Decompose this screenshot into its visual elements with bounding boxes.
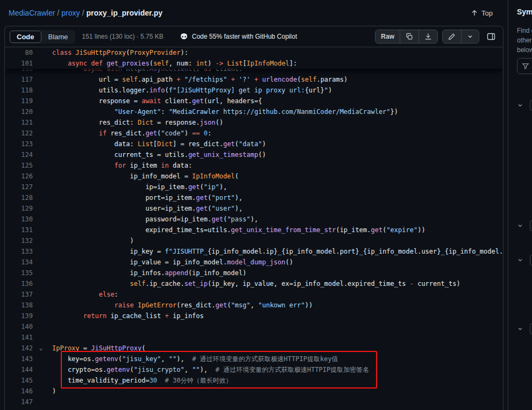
code-line: 140 xyxy=(5,321,503,332)
line-number[interactable]: 129 xyxy=(5,203,33,214)
line-number[interactable]: 124 xyxy=(5,149,33,160)
copilot-icon xyxy=(180,32,188,41)
line-number[interactable]: 127 xyxy=(5,182,33,192)
line-number[interactable]: 135 xyxy=(5,268,33,278)
fold-gutter xyxy=(33,85,49,96)
fold-gutter xyxy=(33,354,49,364)
fold-gutter xyxy=(33,74,49,85)
line-number[interactable]: 144 xyxy=(5,364,33,375)
tab-code[interactable]: Code xyxy=(10,31,41,43)
line-number[interactable]: 119 xyxy=(5,96,33,106)
line-number[interactable]: 120 xyxy=(5,106,33,117)
code-line: 129 user=ip_item.get("user"), xyxy=(5,203,503,214)
line-number[interactable]: 147 xyxy=(5,397,33,407)
edit-dropdown-button[interactable] xyxy=(461,30,479,43)
line-number[interactable]: 145 xyxy=(5,375,33,386)
line-number[interactable]: 132 xyxy=(5,235,33,246)
code-line: 119 response = await client.get(url, hea… xyxy=(5,96,503,106)
line-number[interactable]: 128 xyxy=(5,192,33,203)
edit-button[interactable] xyxy=(443,30,461,43)
symbols-filter-input[interactable] xyxy=(517,58,532,74)
line-number[interactable]: 123 xyxy=(5,139,33,149)
code-line: 120 "User-Agent": "MediaCrawler https://… xyxy=(5,106,503,117)
fold-gutter xyxy=(33,128,49,139)
symbol-kind-badge xyxy=(530,100,532,111)
code-text: current_ts = utils.get_unix_timestamp() xyxy=(49,149,503,160)
line-number[interactable]: 134 xyxy=(5,257,33,268)
code-text: ip_value = ip_info_model.model_dump_json… xyxy=(49,257,503,268)
code-text: ) xyxy=(49,386,503,397)
code-text: url = self.api_path + "/fetchips" + '?' … xyxy=(49,74,503,85)
raw-button[interactable]: Raw xyxy=(375,30,400,43)
line-number[interactable]: 137 xyxy=(5,289,33,300)
fold-gutter xyxy=(33,225,49,235)
symbol-group-row[interactable] xyxy=(517,220,532,231)
fold-gutter xyxy=(33,321,49,332)
symbol-group-row[interactable] xyxy=(517,100,532,111)
download-button[interactable] xyxy=(418,30,437,43)
fold-toggle-icon[interactable]: ⌄ xyxy=(33,343,49,354)
code-text: res_dict: Dict = response.json() xyxy=(49,117,503,128)
code-text: ip_info_model = IpInfoModel( xyxy=(49,171,503,182)
arrow-up-icon xyxy=(471,9,478,17)
fold-gutter xyxy=(33,47,49,58)
line-number[interactable]: 141 xyxy=(5,332,33,343)
line-number[interactable]: 101 xyxy=(5,58,33,69)
code-line: 143 key=os.getenv("jisu_key", ""), # 通过环… xyxy=(5,354,503,364)
code-text: else: xyxy=(49,289,503,300)
line-number[interactable]: 118 xyxy=(5,85,33,96)
line-number[interactable]: 139 xyxy=(5,311,33,321)
code-line: 136 self.ip_cache.set_ip(ip_key, ip_valu… xyxy=(5,278,503,289)
code-line: 134 ip_value = ip_info_model.model_dump_… xyxy=(5,257,503,268)
code-line: 118 utils.logger.info(f"[JiSuHttpProxy] … xyxy=(5,85,503,96)
line-number[interactable]: 80 xyxy=(5,47,33,58)
line-number[interactable]: 140 xyxy=(5,321,33,332)
line-number[interactable]: 142 xyxy=(5,343,33,354)
copy-icon xyxy=(406,33,413,40)
fold-gutter xyxy=(33,106,49,117)
code-text: data: List[Dict] = res_dict.get("data") xyxy=(49,139,503,149)
line-number[interactable]: 136 xyxy=(5,278,33,289)
breadcrumb-dir[interactable]: proxy xyxy=(61,9,80,17)
line-number[interactable]: 117 xyxy=(5,74,33,85)
fold-gutter xyxy=(33,311,49,321)
code-text: raise IpGetError(res_dict.get("msg", "un… xyxy=(49,300,503,311)
line-number[interactable]: 131 xyxy=(5,225,33,235)
edit-button-group xyxy=(442,30,479,44)
back-to-top-button[interactable]: Top xyxy=(466,7,497,19)
code-line: 133 ip_key = f"JISUHTTP_{ip_info_model.i… xyxy=(5,246,503,257)
line-number[interactable]: 126 xyxy=(5,171,33,182)
line-number[interactable]: 121 xyxy=(5,117,33,128)
fold-gutter xyxy=(33,235,49,246)
line-number[interactable]: 130 xyxy=(5,214,33,225)
copy-button[interactable] xyxy=(400,30,418,43)
code-line: 147 xyxy=(5,397,503,407)
fold-gutter xyxy=(33,257,49,268)
symbols-panel-description: Find definitions and references for func… xyxy=(517,26,532,55)
code-line: 128 port=ip_item.get("port"), xyxy=(5,192,503,203)
code-line: 80class JiSuHttpProxy(ProxyProvider): xyxy=(5,47,503,58)
code-line: 101 async def get_proxies(self, num: int… xyxy=(5,58,503,69)
line-number[interactable]: 125 xyxy=(5,160,33,171)
symbol-group-row[interactable] xyxy=(517,323,532,334)
symbols-panel-toggle-button[interactable] xyxy=(484,30,499,44)
code-text: port=ip_item.get("port"), xyxy=(49,192,503,203)
line-number[interactable]: 146 xyxy=(5,386,33,397)
code-text: key=os.getenv("jisu_key", ""), # 通过环境变量的… xyxy=(49,354,503,364)
code-line: 137 else: xyxy=(5,289,503,300)
code-lines: 116 async with httpx.AsyncClient() as cl… xyxy=(5,47,503,407)
file-view-container: Code Blame 151 lines (130 loc) · 5.75 KB… xyxy=(4,26,503,410)
code-line: 127 ip=ip_item.get("ip"), xyxy=(5,182,503,192)
line-number[interactable]: 122 xyxy=(5,128,33,139)
line-number[interactable]: 138 xyxy=(5,300,33,311)
fold-gutter xyxy=(33,182,49,192)
symbol-kind-badge xyxy=(530,323,532,334)
fold-gutter xyxy=(33,160,49,171)
line-number[interactable]: 143 xyxy=(5,354,33,364)
breadcrumb-repo[interactable]: MediaCrawler xyxy=(9,9,55,17)
symbol-group-row[interactable] xyxy=(517,255,532,265)
line-number[interactable]: 133 xyxy=(5,246,33,257)
code-text: password=ip_item.get("pass"), xyxy=(49,214,503,225)
tab-blame[interactable]: Blame xyxy=(41,31,75,43)
download-icon xyxy=(424,33,432,40)
